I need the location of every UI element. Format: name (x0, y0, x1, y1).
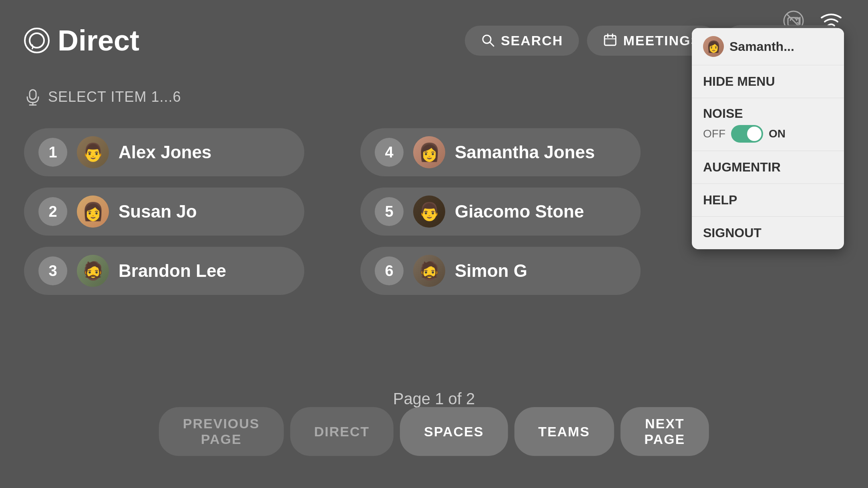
contact-avatar-samantha: 👩 (413, 136, 445, 168)
noise-section: NOISE OFF ON (692, 98, 844, 151)
contact-avatar-giacomo: 👨 (413, 196, 445, 228)
noise-on-label: ON (769, 127, 786, 140)
spaces-nav-button[interactable]: SPACES (400, 407, 508, 456)
search-button[interactable]: SEARCH (465, 26, 579, 56)
contact-item-2[interactable]: 2 👩 Susan Jo (24, 188, 304, 236)
noise-toggle-switch[interactable] (731, 125, 763, 143)
dropdown-user-avatar: 👩 (703, 36, 724, 57)
help-item[interactable]: HELP (692, 184, 844, 217)
contact-item-6[interactable]: 6 🧔 Simon G (360, 247, 641, 295)
direct-icon (24, 28, 50, 53)
contact-name-2: Susan Jo (119, 202, 197, 222)
contact-avatar-alex: 👨 (77, 136, 109, 168)
page-info: Page 1 of 2 (393, 390, 475, 408)
contact-list-right: 4 👩 Samantha Jones 5 👨 Giacomo Stone 6 🧔… (360, 128, 641, 295)
contact-item-1[interactable]: 1 👨 Alex Jones (24, 128, 304, 176)
toggle-knob (747, 127, 762, 141)
contact-item-3[interactable]: 3 🧔 Brandon Lee (24, 247, 304, 295)
contact-number-4: 4 (375, 138, 404, 167)
contact-number-6: 6 (375, 256, 404, 285)
contact-number-2: 2 (38, 197, 67, 226)
svg-rect-5 (605, 36, 616, 45)
noise-off-label: OFF (703, 127, 725, 140)
dropdown-user-name: Samanth... (729, 39, 794, 54)
select-item-row: SELECT ITEM 1...6 (24, 88, 181, 106)
contact-name-4: Samantha Jones (455, 142, 595, 162)
contact-avatar-simon: 🧔 (413, 255, 445, 287)
contact-number-3: 3 (38, 256, 67, 285)
contact-list-left: 1 👨 Alex Jones 2 👩 Susan Jo 3 🧔 Brandon … (24, 128, 304, 295)
contact-number-5: 5 (375, 197, 404, 226)
dropdown-menu: 👩 Samanth... HIDE MENU NOISE OFF ON AUGM… (692, 28, 844, 249)
contact-item-4[interactable]: 4 👩 Samantha Jones (360, 128, 641, 176)
next-page-button[interactable]: NEXT PAGE (620, 407, 709, 456)
contact-name-5: Giacomo Stone (455, 202, 584, 222)
noise-toggle-row: OFF ON (703, 125, 833, 143)
svg-point-3 (30, 33, 44, 48)
dropdown-header[interactable]: 👩 Samanth... (692, 28, 844, 65)
select-item-label: SELECT ITEM 1...6 (48, 89, 181, 105)
direct-nav-button[interactable]: DIRECT (290, 407, 394, 456)
previous-page-button[interactable]: PREVIOUS PAGE (159, 407, 284, 456)
hide-menu-item[interactable]: HIDE MENU (692, 65, 844, 98)
page-title-group: Direct (24, 24, 139, 57)
teams-nav-button[interactable]: TEAMS (514, 407, 614, 456)
contact-name-1: Alex Jones (119, 142, 211, 162)
contact-name-3: Brandon Lee (119, 261, 226, 281)
noise-label: NOISE (703, 106, 833, 121)
svg-rect-6 (30, 90, 36, 99)
augmentir-item[interactable]: AUGMENTIR (692, 151, 844, 184)
microphone-icon (24, 88, 42, 106)
contact-avatar-susan: 👩 (77, 196, 109, 228)
contact-name-6: Simon G (455, 261, 527, 281)
bottom-nav: PREVIOUS PAGE DIRECT SPACES TEAMS NEXT P… (159, 407, 709, 456)
signout-item[interactable]: SIGNOUT (692, 217, 844, 249)
contact-item-5[interactable]: 5 👨 Giacomo Stone (360, 188, 641, 236)
contact-avatar-brandon: 🧔 (77, 255, 109, 287)
page-title-text: Direct (58, 24, 139, 57)
contact-number-1: 1 (38, 138, 67, 167)
